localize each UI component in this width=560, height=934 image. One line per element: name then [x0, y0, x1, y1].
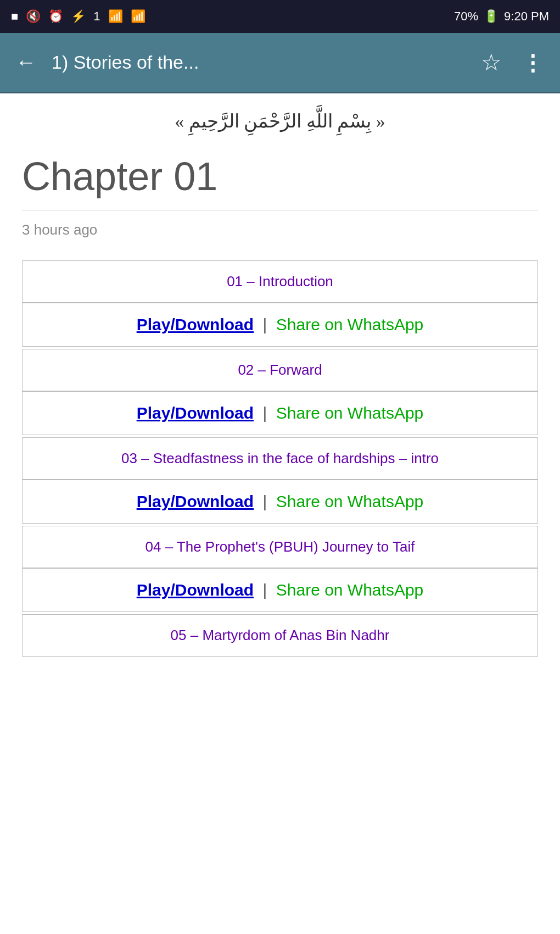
track-item: 04 – The Prophet's (PBUH) Journey to Tai…	[22, 526, 538, 612]
status-left: ■ 🔇 ⏰ ⚡ 1 📶 📶	[11, 9, 145, 24]
track-title-04: 04 – The Prophet's (PBUH) Journey to Tai…	[145, 538, 415, 555]
app-bar: ← 1) Stories of the... ☆ ⋮	[0, 33, 560, 93]
wifi-icon: ■	[11, 9, 18, 24]
divider	[22, 210, 538, 210]
mute-icon: 🔇	[26, 9, 41, 24]
track-title-03: 03 – Steadfastness in the face of hardsh…	[121, 450, 439, 466]
separator-03: |	[263, 492, 267, 510]
track-title-box-03: 03 – Steadfastness in the face of hardsh…	[22, 437, 538, 480]
status-right: 70% 🔋 9:20 PM	[454, 9, 549, 24]
battery-percent: 70%	[454, 9, 478, 24]
signal-icon: 📶	[108, 9, 123, 24]
share-whatsapp-04[interactable]: Share on WhatsApp	[276, 581, 424, 599]
track-actions-03: Play/Download | Share on WhatsApp	[22, 480, 538, 524]
track-actions-01: Play/Download | Share on WhatsApp	[22, 303, 538, 347]
track-title-box-01: 01 – Introduction	[22, 260, 538, 303]
separator-04: |	[263, 581, 267, 599]
play-download-01[interactable]: Play/Download	[137, 315, 254, 333]
charge-icon: ⚡	[71, 9, 86, 24]
play-download-03[interactable]: Play/Download	[137, 492, 254, 510]
track-actions-04: Play/Download | Share on WhatsApp	[22, 568, 538, 612]
menu-button[interactable]: ⋮	[517, 46, 549, 80]
share-whatsapp-01[interactable]: Share on WhatsApp	[276, 315, 424, 333]
track-item: 03 – Steadfastness in the face of hardsh…	[22, 437, 538, 524]
track-title-box-05: 05 – Martyrdom of Anas Bin Nadhr	[22, 614, 538, 657]
track-item: 01 – Introduction Play/Download | Share …	[22, 260, 538, 347]
track-title-box-02: 02 – Forward	[22, 349, 538, 391]
play-download-04[interactable]: Play/Download	[137, 581, 254, 599]
signal-icon2: 📶	[131, 9, 145, 24]
share-whatsapp-02[interactable]: Share on WhatsApp	[276, 404, 424, 422]
track-title-01: 01 – Introduction	[227, 273, 333, 290]
timestamp: 3 hours ago	[22, 221, 538, 238]
bookmark-button[interactable]: ☆	[477, 45, 506, 80]
track-title-02: 02 – Forward	[238, 362, 322, 378]
page-title: 1) Stories of the...	[52, 52, 466, 73]
alarm-icon: ⏰	[48, 9, 63, 24]
content-area: « بِسْمِ اللَّهِ الرَّحْمَنِ الرَّحِيمِ …	[0, 93, 560, 675]
play-download-02[interactable]: Play/Download	[137, 404, 254, 422]
track-title-05: 05 – Martyrdom of Anas Bin Nadhr	[171, 627, 390, 643]
separator-01: |	[263, 315, 267, 333]
track-title-box-04: 04 – The Prophet's (PBUH) Journey to Tai…	[22, 526, 538, 568]
separator-02: |	[263, 404, 267, 422]
chapter-title: Chapter 01	[22, 154, 538, 199]
back-button[interactable]: ←	[11, 46, 41, 79]
track-item: 02 – Forward Play/Download | Share on Wh…	[22, 349, 538, 435]
share-whatsapp-03[interactable]: Share on WhatsApp	[276, 492, 424, 510]
time-display: 9:20 PM	[504, 9, 549, 24]
bismillah-text: « بِسْمِ اللَّهِ الرَّحْمَنِ الرَّحِيمِ …	[22, 110, 538, 132]
battery-icon: 🔋	[484, 9, 499, 24]
track-actions-02: Play/Download | Share on WhatsApp	[22, 391, 538, 435]
track-item: 05 – Martyrdom of Anas Bin Nadhr	[22, 614, 538, 657]
notification-icon: 1	[93, 9, 100, 24]
status-bar: ■ 🔇 ⏰ ⚡ 1 📶 📶 70% 🔋 9:20 PM	[0, 0, 560, 33]
